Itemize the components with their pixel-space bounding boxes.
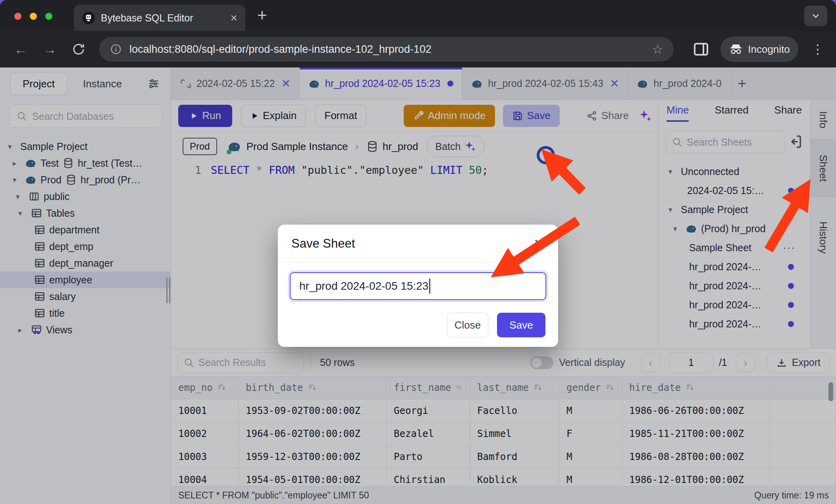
modal-header: Save Sheet ✕ — [278, 225, 558, 263]
tab-search-button[interactable] — [804, 6, 827, 26]
text-cursor — [429, 279, 430, 294]
browser-tab-title: Bytebase SQL Editor — [101, 12, 225, 24]
browser-menu-icon[interactable]: ⋮ — [811, 37, 824, 61]
incognito-icon — [729, 42, 743, 56]
site-info-icon[interactable] — [110, 43, 122, 56]
incognito-label: Incognito — [748, 43, 790, 56]
reload-button[interactable] — [70, 42, 87, 56]
modal-save-button[interactable]: Save — [497, 313, 545, 337]
back-button[interactable]: ← — [12, 42, 29, 57]
modal-close-icon[interactable]: ✕ — [534, 236, 545, 252]
url-bar[interactable]: localhost:8080/sql-editor/prod-sample-in… — [99, 37, 674, 62]
modal-title: Save Sheet — [291, 237, 355, 251]
new-tab-button[interactable]: + — [257, 6, 267, 25]
zoom-window-button[interactable] — [45, 13, 52, 20]
modal-close-button[interactable]: Close — [447, 313, 488, 337]
browser-tab[interactable]: Bytebase SQL Editor × — [74, 5, 245, 31]
sheet-name-value: hr_prod 2024-02-05 15:23 — [299, 280, 428, 292]
bytebase-favicon-icon — [82, 11, 95, 25]
screen: Bytebase SQL Editor × + ← → localhost:80… — [0, 0, 836, 504]
sheet-name-input[interactable]: hr_prod 2024-02-05 15:23 — [290, 272, 546, 300]
forward-button[interactable]: → — [41, 42, 59, 57]
url-text: localhost:8080/sql-editor/prod-sample-in… — [129, 43, 645, 56]
browser-chrome: Bytebase SQL Editor × + ← → localhost:80… — [0, 0, 836, 67]
bookmark-star-icon[interactable]: ☆ — [652, 42, 663, 57]
browser-toolbar: ← → localhost:8080/sql-editor/prod-sampl… — [0, 31, 836, 67]
browser-tabstrip: Bytebase SQL Editor × + — [0, 0, 836, 31]
close-window-button[interactable] — [14, 13, 21, 20]
tab-close-icon[interactable]: × — [230, 11, 237, 25]
minimize-window-button[interactable] — [30, 13, 37, 20]
incognito-badge: Incognito — [720, 37, 798, 62]
save-sheet-modal: Save Sheet ✕ hr_prod 2024-02-05 15:23 Cl… — [278, 225, 558, 347]
modal-actions: Close Save — [447, 313, 545, 337]
window-controls — [14, 13, 52, 20]
side-panel-icon[interactable] — [692, 40, 711, 59]
chevron-down-icon — [810, 10, 821, 21]
